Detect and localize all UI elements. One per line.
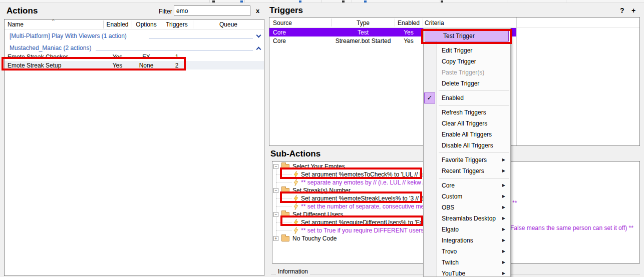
trigger-type: Test bbox=[332, 29, 395, 36]
menu-item-paste-triggers[interactable]: Paste Trigger(s) bbox=[424, 67, 510, 78]
menu-item-trovo[interactable]: Trovo▶ bbox=[424, 246, 510, 257]
actions-panel-title: Actions bbox=[7, 6, 38, 16]
annotation-box-action-row bbox=[2, 57, 186, 70]
menu-item-edit-trigger[interactable]: Edit Trigger bbox=[424, 45, 510, 56]
tree-label: ** set the number of separate, consecuti… bbox=[301, 203, 440, 210]
menu-item-label: Recent Triggers bbox=[442, 168, 484, 174]
subactions-panel-title: Sub-Actions bbox=[270, 149, 320, 159]
submenu-arrow-icon: ▶ bbox=[502, 191, 505, 202]
triggers-help-button[interactable]: ? bbox=[620, 6, 624, 14]
menu-item-label: Core bbox=[442, 182, 455, 189]
submenu-arrow-icon: ▶ bbox=[502, 180, 505, 191]
column-header-type[interactable]: Type bbox=[332, 20, 395, 26]
menu-item-enabled[interactable]: ✓ Enabled bbox=[424, 92, 510, 104]
triggers-panel-title: Triggers bbox=[269, 6, 303, 16]
submenu-arrow-icon: ▶ bbox=[502, 235, 505, 246]
menu-item-label: Custom bbox=[442, 193, 462, 200]
sort-ascending-icon: ^ bbox=[52, 18, 55, 24]
menu-item-core[interactable]: Core▶ bbox=[424, 180, 510, 191]
menu-item-custom[interactable]: Custom▶ bbox=[424, 191, 510, 202]
clear-filter-button[interactable]: x bbox=[256, 7, 259, 14]
collapse-expander-icon[interactable]: − bbox=[273, 212, 278, 217]
menu-item-obs[interactable]: OBS▶ bbox=[424, 202, 510, 213]
tree-label: ** separate any emotes by // (i.e. LUL /… bbox=[301, 179, 433, 186]
menu-item-label: Refresh Triggers bbox=[442, 109, 486, 116]
actions-grid-header: Name ^ Enabled Options Triggers Queue bbox=[5, 20, 264, 30]
action-group-multi-platform[interactable]: [Multi-Platform] Play With Viewers (1 ac… bbox=[5, 30, 264, 42]
menu-item-enable-all-triggers[interactable]: Enable All Triggers bbox=[424, 129, 510, 140]
annotation-box-subaction-2 bbox=[280, 192, 422, 203]
annotation-box-subaction-1 bbox=[280, 168, 422, 179]
menu-item-label: Twitch bbox=[442, 259, 459, 266]
column-header-criteria[interactable]: Criteria bbox=[425, 20, 444, 26]
column-header-name[interactable]: Name bbox=[8, 21, 24, 28]
column-header-options[interactable]: Options bbox=[132, 21, 161, 28]
annotation-box-test-trigger bbox=[421, 29, 512, 44]
annotation-box-subaction-3 bbox=[280, 216, 423, 226]
tree-label-overflow: (False means the same person can set it … bbox=[508, 224, 633, 232]
menu-item-label: Elgato bbox=[442, 226, 459, 233]
trigger-type: Streamer.bot Started bbox=[332, 38, 395, 44]
menu-item-clear-all-triggers[interactable]: Clear All Triggers bbox=[424, 118, 510, 129]
filter-input[interactable] bbox=[174, 6, 250, 16]
column-header-queue[interactable]: Queue bbox=[193, 21, 264, 28]
menu-item-streamlabs-desktop[interactable]: Streamlabs Desktop▶ bbox=[424, 213, 510, 224]
submenu-arrow-icon: ▶ bbox=[502, 268, 505, 277]
menu-item-label: Copy Trigger bbox=[442, 58, 476, 65]
menu-item-copy-trigger[interactable]: Copy Trigger bbox=[424, 56, 510, 67]
action-group-mustached-maniac[interactable]: Mustached_Maniac (2 actions) bbox=[5, 42, 264, 54]
menu-item-label: Disable All Triggers bbox=[442, 142, 493, 149]
submenu-arrow-icon: ▶ bbox=[502, 224, 505, 235]
submenu-arrow-icon: ▶ bbox=[502, 246, 505, 257]
menu-item-label: Delete Trigger bbox=[442, 80, 479, 87]
chevron-up-icon[interactable] bbox=[256, 47, 261, 52]
trigger-source: Core bbox=[273, 29, 286, 36]
chevron-down-icon[interactable] bbox=[256, 33, 261, 38]
menu-item-disable-all-triggers[interactable]: Disable All Triggers bbox=[424, 140, 510, 151]
criteria-column-edge bbox=[516, 18, 517, 146]
trigger-enabled: Yes bbox=[395, 38, 423, 44]
menu-item-elgato[interactable]: Elgato▶ bbox=[424, 224, 510, 235]
menu-item-integrations[interactable]: Integrations▶ bbox=[424, 235, 510, 246]
trigger-context-menu: Test Trigger Edit Trigger Copy Trigger P… bbox=[423, 28, 511, 277]
column-header-triggers[interactable]: Triggers bbox=[161, 21, 193, 28]
menu-separator bbox=[439, 90, 509, 91]
checkmark-icon: ✓ bbox=[424, 92, 435, 104]
information-panel-title: Information bbox=[276, 268, 310, 275]
menu-item-favorite-triggers[interactable]: Favorite Triggers▶ bbox=[424, 154, 510, 166]
menu-item-label: Trovo bbox=[442, 248, 457, 255]
menu-separator bbox=[439, 178, 509, 178]
trigger-enabled: Yes bbox=[395, 29, 423, 36]
collapse-expander-icon[interactable]: − bbox=[273, 188, 278, 193]
folder-icon bbox=[281, 236, 289, 242]
menu-item-label: OBS bbox=[442, 204, 454, 211]
menu-item-delete-trigger[interactable]: Delete Trigger bbox=[424, 78, 510, 89]
toolbar-bottom-edge bbox=[0, 0, 644, 3]
menu-separator bbox=[439, 152, 509, 153]
expand-expander-icon[interactable]: + bbox=[273, 236, 278, 241]
menu-item-label: Favorite Triggers bbox=[442, 156, 487, 164]
column-header-enabled[interactable]: Enabled bbox=[395, 20, 423, 26]
menu-item-label: Clear All Triggers bbox=[442, 120, 487, 127]
menu-item-label: Integrations bbox=[442, 237, 473, 244]
menu-separator bbox=[439, 105, 509, 106]
menu-item-twitch[interactable]: Twitch▶ bbox=[424, 257, 510, 268]
menu-item-youtube[interactable]: YouTube▶ bbox=[424, 268, 510, 277]
tree-label: No Touchy Code bbox=[292, 235, 337, 242]
triggers-grid-header: Source Type Enabled Criteria bbox=[269, 18, 639, 28]
add-trigger-button[interactable]: + bbox=[631, 6, 635, 14]
menu-item-recent-triggers[interactable]: Recent Triggers▶ bbox=[424, 166, 510, 176]
menu-item-label: Streamlabs Desktop bbox=[442, 215, 496, 222]
tree-label: ** set to True if you require DIFFERENT … bbox=[301, 227, 439, 234]
submenu-arrow-icon: ▶ bbox=[502, 257, 505, 268]
column-header-enabled[interactable]: Enabled bbox=[103, 21, 132, 28]
menu-item-label: YouTube bbox=[442, 270, 465, 277]
collapse-expander-icon[interactable]: − bbox=[273, 164, 278, 169]
menu-item-label: Enabled bbox=[442, 94, 464, 102]
filter-label: Filter bbox=[159, 8, 172, 15]
menu-item-label: Paste Trigger(s) bbox=[442, 69, 484, 76]
menu-item-refresh-triggers[interactable]: Refresh Triggers bbox=[424, 107, 510, 118]
trigger-source: Core bbox=[273, 38, 286, 44]
submenu-arrow-icon: ▶ bbox=[502, 202, 505, 213]
column-header-source[interactable]: Source bbox=[273, 20, 292, 26]
